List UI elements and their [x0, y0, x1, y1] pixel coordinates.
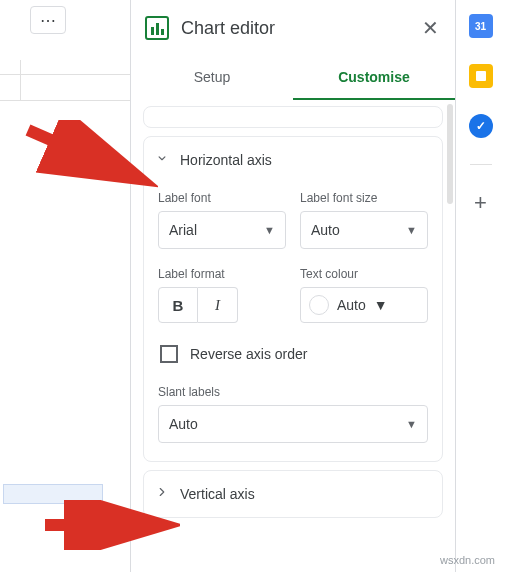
reverse-axis-checkbox-row[interactable]: Reverse axis order [160, 345, 428, 363]
selected-cell[interactable] [3, 484, 103, 504]
add-addon-button[interactable]: + [469, 191, 493, 215]
label-font-select[interactable]: Arial ▼ [158, 211, 286, 249]
section-vertical-axis-header[interactable]: Vertical axis [144, 471, 442, 517]
close-icon[interactable]: ✕ [422, 18, 439, 38]
label-font-size-label: Label font size [300, 191, 428, 205]
tab-setup[interactable]: Setup [131, 56, 293, 100]
text-colour-value: Auto [337, 297, 366, 313]
spreadsheet-background: ⋯ [0, 0, 130, 572]
bold-button[interactable]: B [158, 287, 198, 323]
tasks-icon[interactable] [469, 114, 493, 138]
reverse-axis-label: Reverse axis order [190, 346, 308, 362]
calendar-icon[interactable] [469, 14, 493, 38]
caret-down-icon: ▼ [406, 418, 417, 430]
section-title: Vertical axis [180, 486, 255, 502]
label-font-label: Label font [158, 191, 286, 205]
panel-title: Chart editor [181, 18, 422, 39]
label-font-size-value: Auto [311, 222, 340, 238]
caret-down-icon: ▼ [374, 297, 388, 313]
chart-editor-panel: Chart editor ✕ Setup Customise Horizonta… [130, 0, 455, 572]
chevron-down-icon [154, 151, 170, 169]
slant-labels-value: Auto [169, 416, 198, 432]
section-horizontal-axis-header[interactable]: Horizontal axis [144, 137, 442, 183]
slant-labels-label: Slant labels [158, 385, 428, 399]
section-title: Horizontal axis [180, 152, 272, 168]
slant-labels-select[interactable]: Auto ▼ [158, 405, 428, 443]
tab-customise[interactable]: Customise [293, 56, 455, 100]
caret-down-icon: ▼ [264, 224, 275, 236]
colour-swatch [309, 295, 329, 315]
scrollbar[interactable] [447, 104, 453, 204]
label-font-size-select[interactable]: Auto ▼ [300, 211, 428, 249]
separator [470, 164, 492, 165]
checkbox-unchecked-icon[interactable] [160, 345, 178, 363]
label-font-value: Arial [169, 222, 197, 238]
italic-button[interactable]: I [198, 287, 238, 323]
side-panel: + [455, 0, 505, 572]
section-previous[interactable] [143, 106, 443, 128]
watermark: wsxdn.com [440, 554, 495, 566]
caret-down-icon: ▼ [406, 224, 417, 236]
section-vertical-axis: Vertical axis [143, 470, 443, 518]
chevron-right-icon [154, 485, 170, 503]
text-colour-select[interactable]: Auto ▼ [300, 287, 428, 323]
section-horizontal-axis: Horizontal axis Label font Arial ▼ Label… [143, 136, 443, 462]
chart-icon [145, 16, 169, 40]
tabs: Setup Customise [131, 56, 455, 100]
label-format-label: Label format [158, 267, 286, 281]
text-colour-label: Text colour [300, 267, 428, 281]
toolbar-more-button[interactable]: ⋯ [30, 6, 66, 34]
keep-icon[interactable] [469, 64, 493, 88]
